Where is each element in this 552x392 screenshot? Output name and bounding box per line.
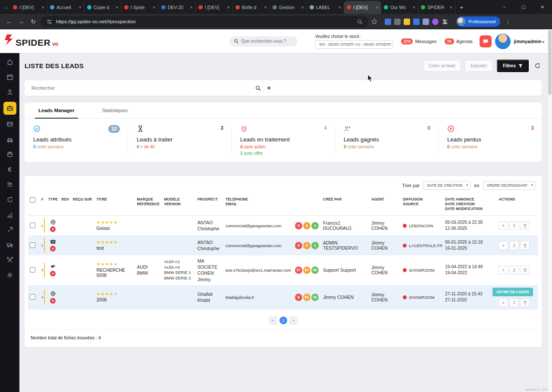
sidebar-item-reports[interactable] — [3, 209, 16, 220]
tab-close-icon[interactable]: ✕ — [190, 6, 193, 9]
browser-tab[interactable]: DEV-20✕ — [159, 1, 196, 14]
back-icon[interactable]: ← — [4, 18, 14, 25]
tab-close-icon[interactable]: ✕ — [264, 6, 267, 9]
forward-icon[interactable]: → — [16, 18, 26, 25]
pagination-page-1[interactable]: 1 — [279, 317, 287, 324]
add-action-button[interactable]: + — [499, 241, 508, 250]
browser-tab-active[interactable]: I [DEV]✕ — [344, 1, 381, 14]
tab-statistiques[interactable]: Statistiques — [88, 103, 141, 118]
tab-leads-manager[interactable]: Leads Manager — [25, 103, 88, 118]
search-icon[interactable] — [255, 85, 261, 91]
scrollbar-thumb[interactable] — [548, 30, 552, 95]
sidebar-item-leads-active[interactable] — [3, 102, 16, 115]
agenda-metric[interactable]: 70 Agenda — [445, 38, 473, 44]
tab-close-icon[interactable]: ✕ — [449, 6, 452, 9]
global-search[interactable] — [229, 36, 298, 47]
global-search-input[interactable] — [241, 39, 289, 44]
row-checkbox[interactable] — [30, 223, 35, 228]
delete-button[interactable] — [520, 221, 530, 230]
page-scrollbar[interactable] — [548, 29, 552, 392]
user-menu[interactable]: jimmyadmin — [514, 39, 544, 44]
stock-select[interactable]: 302 - DEMO SPIDER VO - DEMO SPIDER... — [315, 40, 393, 49]
assign-agent-button[interactable] — [509, 298, 519, 307]
tab-close-icon[interactable]: ✕ — [338, 6, 341, 9]
table-row[interactable]: 1 ✕ ★★★★★Gsisisi ANTAOChristophe commerc… — [28, 216, 538, 236]
add-action-button[interactable]: + — [499, 298, 508, 307]
sort-field-select[interactable]: DATE DE CREATION — [423, 181, 470, 190]
close-button[interactable]: ✕ — [533, 0, 552, 14]
assign-agent-button[interactable] — [509, 266, 519, 274]
stat-leads-gagnes[interactable]: 0 Leads gagnés 0 cette semaine — [335, 124, 438, 156]
delete-button[interactable] — [520, 298, 530, 307]
sidebar-item-calendar[interactable] — [3, 72, 16, 83]
address-bar[interactable]: https://jpj.spider-vo.net/#prospection — [41, 16, 368, 27]
sort-order-select[interactable]: ORDRE DECROISSANT — [483, 181, 536, 190]
messages-metric[interactable]: 273 Messages — [401, 38, 436, 44]
puzzle-extensions-icon[interactable] — [442, 18, 448, 25]
tab-close-icon[interactable]: ✕ — [78, 6, 82, 9]
browser-tab[interactable]: I [DEV]✕ — [196, 1, 233, 14]
browser-tab[interactable]: Our Wo✕ — [381, 1, 418, 14]
tab-close-icon[interactable]: ✕ — [41, 6, 44, 9]
site-settings-icon[interactable] — [46, 18, 53, 25]
pagination-prev[interactable]: « — [269, 317, 277, 324]
extension-icon[interactable] — [404, 19, 410, 25]
pagination-next[interactable]: » — [290, 317, 298, 324]
new-tab-button[interactable]: + — [455, 3, 468, 11]
tab-list-chevron-icon[interactable]: ⌄ — [3, 5, 10, 9]
tab-close-icon[interactable]: ✕ — [227, 6, 230, 9]
filters-button[interactable]: Filtres — [497, 60, 529, 72]
browser-tab[interactable]: Gestion✕ — [270, 1, 307, 14]
tab-close-icon[interactable]: ✕ — [116, 6, 119, 9]
sidebar-item-contacts[interactable] — [3, 87, 16, 98]
browser-tab[interactable]: Boîte d✕ — [233, 1, 270, 14]
maximize-button[interactable]: ▢ — [514, 0, 533, 14]
browser-tab[interactable]: SPIDER✕ — [418, 1, 455, 14]
export-button[interactable]: Exporter — [465, 60, 492, 72]
sidebar-item-delivery[interactable] — [3, 239, 16, 251]
create-lead-button[interactable]: Créer un lead — [423, 60, 461, 72]
stat-leads-perdus[interactable]: 3 Leads perdus 0 cette semaine — [438, 124, 542, 156]
assign-agent-button[interactable] — [509, 241, 519, 250]
add-action-button[interactable]: + — [499, 221, 508, 230]
row-checkbox[interactable] — [30, 294, 35, 300]
select-all-checkbox[interactable] — [30, 197, 35, 203]
sidebar-item-home[interactable] — [3, 56, 16, 68]
search-icon[interactable] — [356, 18, 363, 25]
stat-leads-en-traitement[interactable]: 4 Leads en traitement 4 sans action 1 av… — [231, 124, 335, 156]
extension-icon[interactable] — [413, 19, 420, 25]
tab-close-icon[interactable]: ✕ — [153, 6, 156, 9]
browser-menu-icon[interactable]: ⋮ — [503, 19, 514, 25]
add-action-button[interactable]: + — [499, 266, 508, 274]
browser-tab[interactable]: LABEL✕ — [307, 1, 344, 14]
assign-agent-button[interactable] — [509, 221, 519, 230]
offre-en-cours-button[interactable]: OFFRE EN COURS — [492, 288, 533, 296]
stat-leads-a-traiter[interactable]: 3 Leads à traiter 0 + de 4h — [128, 124, 231, 156]
sidebar-item-sync[interactable] — [3, 194, 16, 205]
user-avatar[interactable] — [495, 34, 511, 49]
lead-search-input[interactable] — [31, 85, 249, 91]
delete-button[interactable] — [520, 241, 530, 250]
browser-tab[interactable]: Copie d✕ — [85, 1, 122, 14]
browser-tab[interactable]: I Spide✕ — [122, 1, 159, 14]
table-row[interactable]: 4 ✕ ★★★★★2008 GhallaliKhalid khalidg@voi… — [28, 285, 538, 310]
delete-button[interactable] — [520, 266, 530, 274]
tab-close-icon[interactable]: ✕ — [412, 6, 415, 9]
brand-logo[interactable]: SPIDER vo — [4, 34, 95, 48]
sidebar-item-workshop[interactable] — [3, 224, 16, 235]
sidebar-item-finance[interactable]: € — [3, 164, 16, 175]
extension-icon[interactable] — [385, 19, 391, 25]
browser-profile-chip[interactable]: Professionnel — [456, 16, 500, 27]
extension-icon[interactable] — [423, 19, 429, 25]
sidebar-item-customers[interactable] — [3, 179, 16, 190]
clear-search-icon[interactable]: ✕ — [267, 85, 271, 91]
extension-icon[interactable] — [432, 19, 439, 25]
sidebar-item-stock[interactable] — [3, 149, 16, 160]
reload-icon[interactable]: ↻ — [28, 18, 38, 25]
table-row[interactable]: 3 ✕ ★★★★★RECHERCHE 5008 AUDIBMW AUDI A1A… — [28, 255, 538, 285]
stat-leads-attribues[interactable]: 10 Leads attribués 0 cette semaine — [25, 124, 128, 156]
browser-tab[interactable]: I [DEV]✕ — [10, 1, 47, 14]
sidebar-item-tools[interactable] — [3, 254, 16, 266]
extension-icon[interactable] — [394, 19, 401, 25]
browser-tab[interactable]: Accueil✕ — [47, 1, 85, 14]
